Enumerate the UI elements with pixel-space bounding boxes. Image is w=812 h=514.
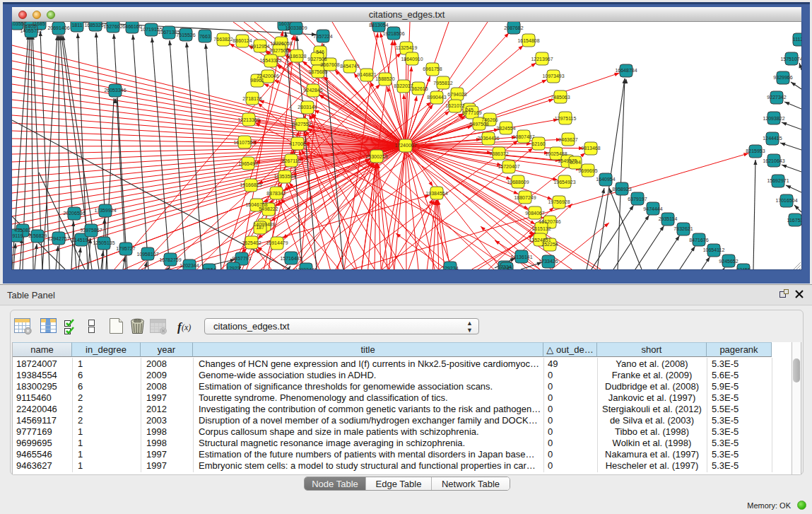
svg-text:20206536: 20206536 xyxy=(63,211,85,216)
svg-text:2087682: 2087682 xyxy=(504,25,523,30)
svg-text:252254: 252254 xyxy=(541,242,558,247)
svg-text:6497508: 6497508 xyxy=(469,122,488,127)
svg-text:10025488: 10025488 xyxy=(545,151,567,156)
svg-text:92456: 92456 xyxy=(736,267,751,269)
svg-text:9457791: 9457791 xyxy=(232,256,251,261)
svg-text:15716485: 15716485 xyxy=(280,256,302,261)
svg-text:8186328: 8186328 xyxy=(287,54,306,59)
svg-text:16154808: 16154808 xyxy=(517,38,539,43)
svg-text:9699695: 9699695 xyxy=(578,168,597,173)
svg-text:93975867: 93975867 xyxy=(80,228,102,233)
svg-text:8860124: 8860124 xyxy=(233,38,252,43)
svg-text:1145194: 1145194 xyxy=(72,238,91,243)
svg-text:14136141: 14136141 xyxy=(510,255,532,259)
svg-text:12213369: 12213369 xyxy=(237,117,259,122)
svg-text:1795727: 1795727 xyxy=(116,246,135,251)
svg-text:2935114: 2935114 xyxy=(659,216,678,221)
svg-text:7663: 7663 xyxy=(199,34,211,39)
svg-text:19756928: 19756928 xyxy=(548,199,570,204)
svg-text:12975115: 12975115 xyxy=(555,116,577,121)
svg-text:9329966: 9329966 xyxy=(773,75,792,80)
svg-text:16543382: 16543382 xyxy=(259,58,281,63)
svg-text:9146821: 9146821 xyxy=(357,72,376,77)
svg-text:62160: 62160 xyxy=(531,141,546,146)
svg-text:20364436: 20364436 xyxy=(477,136,499,141)
svg-text:17240007: 17240007 xyxy=(394,143,416,148)
svg-text:11123: 11123 xyxy=(793,37,801,42)
svg-text:8958923: 8958923 xyxy=(612,187,631,192)
svg-text:417006: 417006 xyxy=(289,141,305,146)
svg-text:7485063: 7485063 xyxy=(551,95,570,100)
svg-text:12942757: 12942757 xyxy=(47,236,69,241)
svg-text:9777169: 9777169 xyxy=(462,110,481,115)
svg-text:1733426: 1733426 xyxy=(539,259,558,264)
svg-text:18640910: 18640910 xyxy=(401,57,423,62)
svg-text:8094: 8094 xyxy=(570,160,581,165)
svg-text:17359924: 17359924 xyxy=(94,208,116,213)
svg-text:6961758: 6961758 xyxy=(423,66,442,71)
svg-text:15692971: 15692971 xyxy=(767,178,789,183)
svg-text:1244415: 1244415 xyxy=(763,136,782,141)
svg-text:2803144: 2803144 xyxy=(298,105,317,110)
svg-text:19166825: 19166825 xyxy=(240,182,261,187)
svg-text:26053346: 26053346 xyxy=(104,88,126,93)
svg-text:6466160: 6466160 xyxy=(122,24,141,29)
svg-text:16210643: 16210643 xyxy=(763,158,784,163)
svg-text:7515526: 7515526 xyxy=(176,33,195,37)
svg-text:10807487: 10807487 xyxy=(512,134,534,139)
svg-text:12213967: 12213967 xyxy=(531,57,553,62)
svg-text:18807249: 18807249 xyxy=(514,195,536,200)
svg-text:7663822: 7663822 xyxy=(213,37,233,42)
svg-text:1640954: 1640954 xyxy=(596,177,615,182)
svg-text:12923: 12923 xyxy=(226,266,240,269)
svg-text:9227342: 9227342 xyxy=(767,95,786,100)
svg-text:7625402: 7625402 xyxy=(242,240,261,245)
svg-text:1965493: 1965493 xyxy=(238,161,257,166)
svg-text:7386372: 7386372 xyxy=(489,151,508,156)
svg-text:1615132: 1615132 xyxy=(531,226,551,231)
svg-text:11325419: 11325419 xyxy=(396,45,418,50)
svg-text:7955812: 7955812 xyxy=(433,81,452,86)
svg-text:7357224: 7357224 xyxy=(313,34,332,39)
svg-text:16914479: 16914479 xyxy=(266,240,288,245)
svg-text:8427552: 8427552 xyxy=(292,122,311,127)
svg-text:12505135: 12505135 xyxy=(93,240,114,245)
svg-text:97554: 97554 xyxy=(202,267,216,269)
svg-text:14055712: 14055712 xyxy=(20,28,42,33)
svg-text:12923449: 12923449 xyxy=(295,267,317,269)
svg-text:8471676: 8471676 xyxy=(689,238,708,243)
svg-text:10654112: 10654112 xyxy=(703,247,725,252)
svg-text:39119: 39119 xyxy=(12,233,23,238)
svg-text:9327506: 9327506 xyxy=(269,48,288,53)
svg-text:16033809: 16033809 xyxy=(285,25,307,30)
svg-text:7832621: 7832621 xyxy=(673,226,693,231)
svg-text:98961: 98961 xyxy=(250,78,264,83)
svg-text:10973493: 10973493 xyxy=(542,74,564,78)
svg-text:3875685: 3875685 xyxy=(308,69,327,74)
svg-text:1811: 1811 xyxy=(71,23,82,28)
svg-text:9084067: 9084067 xyxy=(525,211,544,216)
svg-text:17016504: 17016504 xyxy=(775,198,797,203)
svg-text:6379197: 6379197 xyxy=(628,197,647,201)
svg-text:5498222: 5498222 xyxy=(259,206,278,211)
svg-text:8215953: 8215953 xyxy=(746,148,765,153)
svg-text:8990443: 8990443 xyxy=(427,95,446,100)
svg-text:9474444: 9474444 xyxy=(643,206,662,211)
svg-text:1362615: 1362615 xyxy=(408,86,428,91)
svg-text:1621072: 1621072 xyxy=(445,103,464,108)
svg-text:16120746: 16120746 xyxy=(539,219,560,224)
svg-text:1588520: 1588520 xyxy=(375,76,394,81)
svg-text:16107553: 16107553 xyxy=(233,140,255,145)
svg-text:2718176: 2718176 xyxy=(242,96,261,101)
svg-text:15751074: 15751074 xyxy=(780,57,801,62)
svg-text:8878342: 8878342 xyxy=(266,191,286,196)
svg-text:9327508: 9327508 xyxy=(307,57,326,62)
svg-text:9242845: 9242845 xyxy=(303,88,322,93)
svg-text:1202344: 1202344 xyxy=(180,263,199,268)
svg-text:6794028: 6794028 xyxy=(447,92,466,97)
svg-text:8813054: 8813054 xyxy=(369,23,388,28)
svg-text:9245: 9245 xyxy=(501,266,512,269)
svg-text:10688609: 10688609 xyxy=(507,180,529,185)
svg-text:546: 546 xyxy=(316,49,324,54)
svg-text:18226058: 18226058 xyxy=(270,41,292,46)
